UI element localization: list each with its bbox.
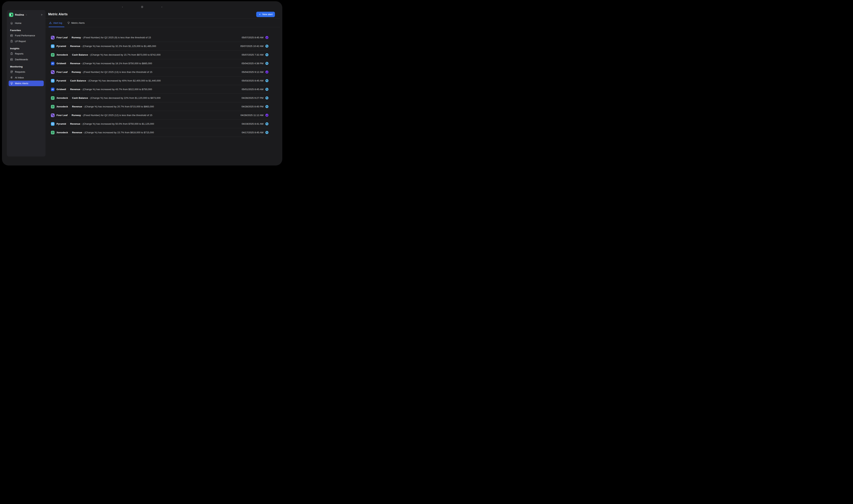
separator-dot: · [68, 88, 69, 91]
sidebar-item-dashboards[interactable]: Dashboards [8, 57, 44, 62]
tab-alert-log[interactable]: Alert log [49, 19, 62, 27]
sidebar-item-metric-alerts[interactable]: Metric Alerts [8, 80, 44, 86]
sidebar-item-label: Fund Performance [15, 34, 35, 37]
pyramid-logo-icon [51, 122, 54, 126]
collapse-sidebar-icon[interactable] [40, 13, 43, 16]
alert-row[interactable]: Four Leaf · Runway - (Fixed Number) for … [51, 33, 268, 42]
sidebar-item-label: Home [15, 22, 21, 24]
tab-label: Alert log [53, 22, 62, 24]
gridwell-logo-icon [51, 62, 54, 65]
xenodeck-logo-icon [51, 96, 54, 100]
metric-name: Revenue [70, 88, 80, 91]
alert-row[interactable]: Pyramid · Revenue - (Change %) has incre… [51, 42, 268, 51]
alert-timestamp: 04/28/2025 9:27 PM [242, 96, 263, 99]
alert-row[interactable]: Four Leaf · Runway - (Fixed Number) for … [51, 111, 268, 120]
alert-type-badge: % [265, 122, 268, 125]
alert-timestamp: 05/04/2025 9:12 AM [242, 71, 263, 73]
metric-name: Revenue [70, 45, 80, 48]
alert-type-badge: % [265, 96, 268, 100]
xenodeck-logo-icon [51, 131, 54, 134]
gauge-icon [67, 21, 70, 24]
alert-row[interactable]: Pyramid · Cash Balance - (Change %) has … [51, 76, 268, 85]
alert-description: - (Change %) has increased by 50.0% from… [81, 123, 154, 125]
sidebar-item-home[interactable]: Home [8, 20, 44, 26]
warning-triangle-icon [49, 21, 52, 24]
ai-brain-icon [10, 76, 13, 79]
sidebar-item-requests[interactable]: Requests [8, 69, 44, 75]
company-name: Four Leaf [56, 71, 68, 73]
alert-timestamp: 05/03/2025 8:45 AM [242, 79, 263, 82]
tab-label: Metric Alerts [71, 22, 85, 24]
doc-request-icon [10, 70, 13, 73]
alert-row[interactable]: Four Leaf · Runway - (Fixed Number) for … [51, 68, 268, 76]
alert-row[interactable]: Xenodeck · Cash Balance - (Change %) has… [51, 51, 268, 59]
badge-glyph: % [266, 123, 268, 125]
alert-type-badge: % [265, 131, 268, 134]
tab-metric-alerts[interactable]: Metric Alerts [67, 19, 85, 27]
sidebar-item-label: Dashboards [15, 58, 28, 61]
alert-row[interactable]: Gridwell · Revenue - (Change %) has incr… [51, 85, 268, 94]
workspace-name: Realma [15, 13, 24, 16]
company-name: Xenodeck [56, 105, 68, 108]
badge-glyph: % [266, 80, 268, 82]
sidebar-item-label: Metric Alerts [15, 82, 28, 85]
pyramid-logo-icon [51, 79, 54, 83]
alert-timestamp: 04/28/2025 11:12 AM [241, 114, 263, 116]
sidebar-item-fund-performance[interactable]: Fund Performance [8, 33, 44, 38]
sidebar-section-monitoring: Monitoring [8, 65, 44, 68]
metric-name: Runway [72, 71, 81, 73]
page-header: Metric Alerts New alert [46, 1, 280, 19]
company-name: Four Leaf [56, 36, 68, 39]
alert-row[interactable]: Xenodeck · Revenue - (Change %) has incr… [51, 128, 268, 137]
plus-icon [259, 13, 261, 16]
clipboard-chart-icon [10, 52, 13, 55]
sidebar-item-reports[interactable]: Reports [8, 51, 44, 56]
gridwell-logo-icon [51, 88, 54, 91]
xenodeck-logo-icon [51, 105, 54, 108]
separator-dot: · [68, 45, 69, 48]
xenodeck-logo-icon [51, 53, 54, 57]
alert-timestamp: 05/07/2025 10:42 AM [241, 45, 263, 48]
sidebar-item-label: AI Inbox [15, 76, 24, 79]
alert-row[interactable]: Pyramid · Revenue - (Change %) has incre… [51, 120, 268, 128]
alert-timestamp: 04/28/2025 8:45 PM [242, 105, 263, 108]
badge-glyph: ▴3 [266, 114, 268, 116]
badge-glyph: % [266, 97, 268, 99]
alert-type-badge: % [265, 62, 268, 65]
sidebar: Realma Home Favorites Fund Performance L… [7, 10, 46, 157]
separator-dot: · [68, 79, 69, 82]
alert-row[interactable]: Xenodeck · Revenue - (Change %) has incr… [51, 102, 268, 111]
company-name: Gridwell [56, 88, 66, 91]
realma-logo-icon [9, 13, 13, 17]
workspace-switcher[interactable]: Realma [8, 12, 44, 17]
badge-glyph: % [266, 131, 268, 133]
company-name: Four Leaf [56, 114, 68, 116]
metric-name: Cash Balance [70, 79, 86, 82]
alert-timestamp: 04/19/2025 8:41 AM [242, 123, 263, 125]
sidebar-item-lp-report[interactable]: LP Report [8, 38, 44, 44]
separator-dot: · [68, 62, 69, 65]
sidebar-section-favorites: Favorites [8, 29, 44, 32]
badge-glyph: % [266, 106, 268, 108]
alert-type-badge: % [265, 88, 268, 91]
separator-dot: · [70, 96, 71, 99]
sidebar-nav: Home Favorites Fund Performance LP Repor… [8, 20, 44, 86]
separator-dot: · [69, 114, 70, 116]
alert-timestamp: 04/17/2025 8:45 AM [242, 131, 263, 134]
sidebar-section-insights: Insights [8, 47, 44, 50]
four-leaf-logo-icon [51, 113, 54, 117]
four-leaf-logo-icon [51, 70, 54, 74]
sidebar-item-ai-inbox[interactable]: AI Inbox [8, 75, 44, 80]
alert-row[interactable]: Gridwell · Revenue - (Change %) has incr… [51, 59, 268, 68]
company-name: Xenodeck [56, 53, 68, 56]
alert-type-badge: % [265, 105, 268, 108]
new-alert-button-label: New alert [262, 13, 272, 16]
alert-type-badge: % [265, 44, 268, 48]
company-name: Gridwell [56, 62, 66, 65]
alert-description: - (Fixed Number) for Q2 2025 (12) is les… [82, 114, 153, 116]
separator-dot: · [70, 105, 71, 108]
new-alert-button[interactable]: New alert [256, 12, 275, 17]
alert-description: - (Fixed Number) for Q2 2025 (13) is les… [82, 71, 153, 73]
alert-row[interactable]: Xenodeck · Cash Balance - (Change %) has… [51, 94, 268, 102]
separator-dot: · [69, 36, 70, 39]
